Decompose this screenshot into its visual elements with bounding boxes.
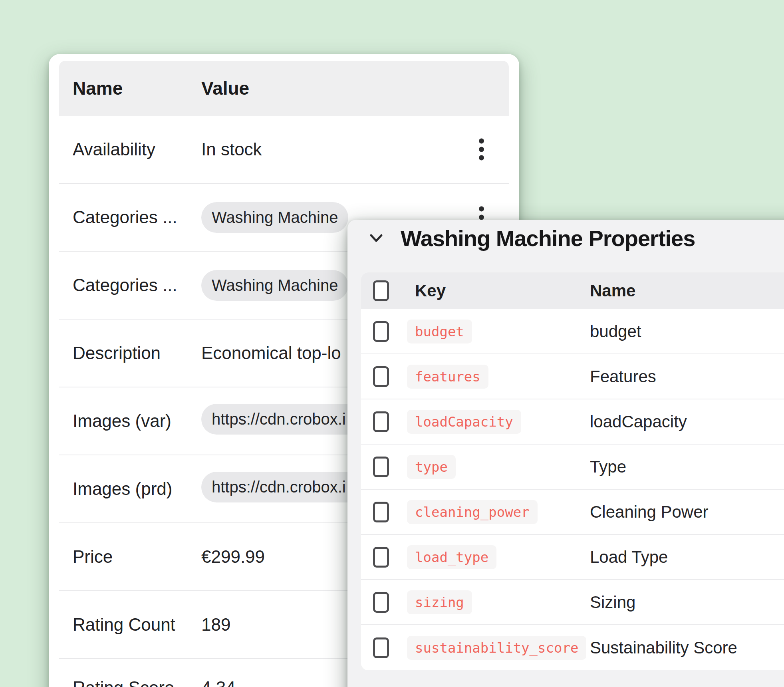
row-label: Categories ... — [73, 207, 201, 227]
property-name: Sustainability Score — [590, 638, 737, 657]
row-label: Categories ... — [73, 275, 201, 295]
row-menu-kebab-icon[interactable] — [478, 139, 484, 161]
row-label: Images (var) — [73, 411, 201, 431]
property-row-budget: budget budget — [361, 309, 784, 354]
column-header-name: Name — [590, 281, 635, 300]
properties-table: Key Name budget budget features Features… — [361, 272, 784, 670]
row-value: 189 — [201, 615, 230, 635]
row-label: Description — [73, 343, 201, 363]
property-name: Features — [590, 367, 656, 386]
property-name: Sizing — [590, 593, 635, 612]
row-label: Price — [73, 547, 201, 567]
row-value: Economical top-lo — [201, 343, 341, 363]
property-name: Cleaning Power — [590, 502, 709, 522]
select-all-checkbox[interactable] — [373, 280, 389, 301]
property-row-cleaning-power: cleaning_power Cleaning Power — [361, 490, 784, 535]
property-name: loadCapacity — [590, 412, 687, 431]
property-row-load-type: load_type Load Type — [361, 535, 784, 580]
row-label: Rating Score — [73, 678, 201, 687]
category-pill: Washing Machine — [201, 270, 348, 301]
row-label: Availability — [73, 139, 201, 159]
property-row-type: type Type — [361, 445, 784, 490]
row-checkbox[interactable] — [373, 502, 389, 522]
row-checkbox[interactable] — [373, 637, 389, 658]
properties-table-header: Key Name — [361, 272, 784, 309]
category-pill: Washing Machine — [201, 202, 348, 233]
row-checkbox[interactable] — [373, 366, 389, 387]
property-row-features: features Features — [361, 354, 784, 399]
row-value: In stock — [201, 139, 262, 159]
row-checkbox[interactable] — [373, 592, 389, 613]
row-label: Images (prd) — [73, 479, 201, 499]
row-value: 4.34 — [201, 678, 236, 687]
row-label: Rating Count — [73, 615, 201, 635]
chevron-down-icon[interactable] — [369, 233, 383, 243]
product-table-header: Name Value — [59, 61, 509, 116]
panel-title: Washing Machine Properties — [401, 225, 695, 251]
property-key: type — [407, 455, 456, 479]
properties-panel-header: Washing Machine Properties — [347, 223, 695, 253]
row-checkbox[interactable] — [373, 411, 389, 432]
property-key: loadCapacity — [407, 410, 521, 434]
row-checkbox[interactable] — [373, 547, 389, 568]
row-checkbox[interactable] — [373, 457, 389, 477]
row-checkbox[interactable] — [373, 321, 389, 342]
property-key: sizing — [407, 590, 472, 614]
column-header-name: Name — [73, 77, 201, 99]
properties-panel: Washing Machine Properties Key Name budg… — [347, 220, 784, 687]
column-header-value: Value — [201, 77, 249, 99]
property-key: budget — [407, 320, 472, 344]
row-value: €299.99 — [201, 547, 265, 567]
property-key: features — [407, 365, 488, 389]
property-key: sustainability_score — [407, 636, 586, 660]
property-name: Type — [590, 457, 626, 477]
property-row-sizing: sizing Sizing — [361, 580, 784, 625]
property-name: budget — [590, 322, 641, 341]
property-key: cleaning_power — [407, 500, 538, 524]
column-header-key: Key — [415, 281, 590, 300]
property-key: load_type — [407, 545, 496, 569]
canvas: Name Value Availability In stock Categor… — [0, 0, 784, 687]
property-row-sustainability-score: sustainability_score Sustainability Scor… — [361, 625, 784, 670]
property-row-loadcapacity: loadCapacity loadCapacity — [361, 399, 784, 445]
table-row-availability: Availability In stock — [59, 116, 509, 184]
property-name: Load Type — [590, 548, 668, 567]
